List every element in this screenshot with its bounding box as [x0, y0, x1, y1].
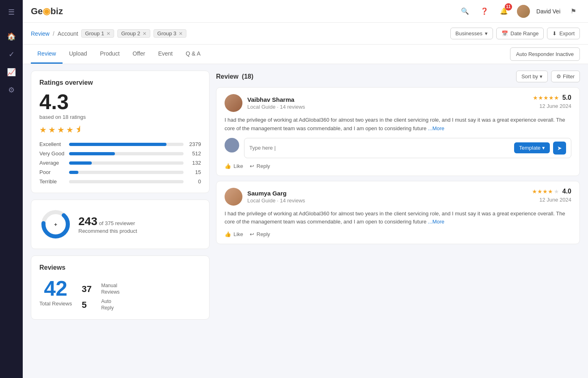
recommend-info: 243 of 375 reviewer Recommend this produ…	[78, 215, 137, 234]
recommend-card: + 243 of 375 reviewer Recommend this pro…	[31, 200, 210, 249]
sidebar-menu-icon[interactable]: ☰	[4, 5, 19, 19]
tag-group2[interactable]: Group 2 ✕	[117, 29, 150, 38]
star-3: ★	[57, 125, 65, 135]
rating-bars: Excellent 2379 Very Good 512 Average	[39, 141, 201, 185]
filter-button[interactable]: ⚙ Filter	[551, 71, 580, 82]
ratings-overview-title: Ratings overview	[39, 79, 201, 86]
sidebar-settings-icon[interactable]: ⚙	[4, 83, 19, 97]
review-row-manual: 37 ManualReviews	[82, 283, 134, 295]
sidebar-check-icon[interactable]: ✓	[4, 47, 19, 62]
header-right: 🔍 ❓ 🔔 11 David Vei ⚑	[458, 5, 580, 18]
tab-qa[interactable]: Q & A	[179, 45, 207, 64]
reply-avatar-1	[225, 138, 239, 152]
reviewer-avatar-2	[225, 188, 242, 206]
review-card-2-header: Saumya Garg Local Guide · 14 reviews ★★★…	[225, 188, 571, 206]
sidebar-home-icon[interactable]: 🏠	[4, 29, 19, 44]
recommend-label: Recommend this product	[78, 228, 137, 234]
export-button[interactable]: ⬇ Export	[547, 28, 580, 39]
breadcrumb-separator: /	[53, 30, 54, 37]
star-half: ⯨	[75, 125, 83, 135]
tag-group1[interactable]: Group 1 ✕	[81, 29, 114, 38]
translate-icon[interactable]: ⚑	[567, 5, 580, 18]
bar-average: Average 132	[39, 160, 201, 166]
svg-text:+: +	[54, 221, 57, 228]
donut-chart: +	[39, 208, 72, 241]
review-row-auto: 5 AutoReply	[82, 299, 134, 311]
sidebar-chart-icon[interactable]: 📈	[4, 65, 19, 79]
review-card-1: Vaibhav Sharma Local Guide · 14 reviews …	[216, 87, 580, 176]
review-card-2: Saumya Garg Local Guide · 14 reviews ★★★…	[216, 181, 580, 245]
main-area: Ge◉biz 🔍 ❓ 🔔 11 David Vei ⚑ Review	[23, 0, 588, 378]
like-button-2[interactable]: 👍 Like	[225, 231, 243, 237]
like-button-1[interactable]: 👍 Like	[225, 163, 243, 169]
tab-review[interactable]: Review	[31, 45, 63, 64]
bar-excellent: Excellent 2379	[39, 141, 201, 147]
recommend-count: 243	[78, 215, 97, 228]
tab-event[interactable]: Event	[151, 45, 179, 64]
search-icon[interactable]: 🔍	[458, 5, 471, 18]
reviews-breakdown: 37 ManualReviews 5 AutoReply	[82, 283, 134, 311]
reviews-stats-card: Reviews 42 Total Reviews 37 ManualReview…	[31, 256, 210, 320]
notification-badge: 11	[505, 3, 512, 11]
auto-responder-button[interactable]: Auto Responder Inactive	[510, 47, 580, 61]
ratings-overview-card: Ratings overview 4.3 based on 18 ratings…	[31, 71, 210, 193]
tag-group3-close[interactable]: ✕	[179, 31, 183, 37]
recommend-of: of 375 reviewer	[99, 220, 135, 226]
review-text-2: I had the privilege of working at AdGlob…	[225, 210, 571, 227]
page-body: Ratings overview 4.3 based on 18 ratings…	[23, 64, 588, 378]
reply-actions-1: Template ▾ ➤	[514, 142, 566, 155]
sidebar: ☰ 🏠 ✓ 📈 ⚙	[0, 0, 23, 378]
help-icon[interactable]: ❓	[478, 5, 491, 18]
tab-offer[interactable]: Offer	[126, 45, 152, 64]
review-list-title: Review (18)	[216, 73, 253, 80]
reviewer-avatar-1	[225, 94, 242, 112]
send-button-1[interactable]: ➤	[553, 142, 566, 155]
review-text-1: I had the privilege of working at AdGlob…	[225, 116, 571, 133]
review-stars-2: ★★★★★ 4.0	[532, 188, 571, 195]
avatar-image	[517, 5, 530, 18]
tabs: Review Upload Product Offer Event Q & A	[31, 45, 207, 64]
reviews-scroll: Vaibhav Sharma Local Guide · 14 reviews …	[216, 87, 580, 372]
bar-terrible: Terrible 0	[39, 178, 201, 185]
reply-button-1[interactable]: ↩ Reply	[250, 163, 270, 169]
date-range-button[interactable]: 📅 Date Range	[496, 28, 544, 39]
breadcrumb-bar: Review / Account Group 1 ✕ Group 2 ✕ Gro…	[23, 23, 588, 45]
tag-group2-close[interactable]: ✕	[143, 31, 147, 37]
reviewer-name-1: Vaibhav Sharma	[247, 96, 305, 103]
breadcrumb-actions: Businesses ▾ 📅 Date Range ⬇ Export	[450, 28, 580, 39]
reply-input-1[interactable]	[249, 145, 514, 151]
businesses-button[interactable]: Businesses ▾	[450, 28, 493, 39]
review-date-2: 12 June 2024	[532, 197, 571, 203]
breadcrumb-account: Account	[58, 30, 78, 37]
header: Ge◉biz 🔍 ❓ 🔔 11 David Vei ⚑	[23, 0, 588, 23]
total-reviews-count: 42	[44, 278, 67, 299]
left-panel: Ratings overview 4.3 based on 18 ratings…	[31, 71, 210, 372]
more-link-2[interactable]: ...More	[428, 219, 444, 225]
user-name: David Vei	[536, 8, 560, 15]
more-link-1[interactable]: ...More	[428, 125, 444, 131]
tag-group1-close[interactable]: ✕	[106, 31, 110, 37]
tab-upload[interactable]: Upload	[63, 45, 93, 64]
template-button-1[interactable]: Template ▾	[514, 142, 550, 153]
reply-area-1: Template ▾ ➤	[225, 138, 571, 158]
breadcrumb: Review / Account Group 1 ✕ Group 2 ✕ Gro…	[31, 29, 186, 38]
sort-button[interactable]: Sort by ▾	[516, 71, 548, 82]
rating-subtitle: based on 18 ratings	[39, 114, 201, 120]
right-panel: Review (18) Sort by ▾ ⚙ Filter	[216, 71, 580, 372]
breadcrumb-review-link[interactable]: Review	[31, 30, 50, 37]
review-rating-1: ★★★★★ 5.0 12 June 2024	[533, 94, 571, 109]
reviewer-info-2: Saumya Garg Local Guide · 14 reviews	[225, 188, 305, 206]
star-2: ★	[48, 125, 56, 135]
review-actions-2: 👍 Like ↩ Reply	[225, 231, 571, 237]
reviewer-meta-1: Local Guide · 14 reviews	[247, 104, 305, 110]
total-reviews-label: Total Reviews	[39, 301, 72, 307]
reply-input-wrapper-1: Template ▾ ➤	[244, 138, 571, 158]
tab-product[interactable]: Product	[93, 45, 126, 64]
tag-group3[interactable]: Group 3 ✕	[153, 29, 186, 38]
bar-very-good: Very Good 512	[39, 150, 201, 157]
star-4: ★	[66, 125, 74, 135]
reply-button-2[interactable]: ↩ Reply	[250, 231, 270, 237]
review-rating-2: ★★★★★ 4.0 12 June 2024	[532, 188, 571, 203]
notification-button[interactable]: 🔔 11	[497, 5, 510, 18]
review-list-header: Review (18) Sort by ▾ ⚙ Filter	[216, 71, 580, 82]
